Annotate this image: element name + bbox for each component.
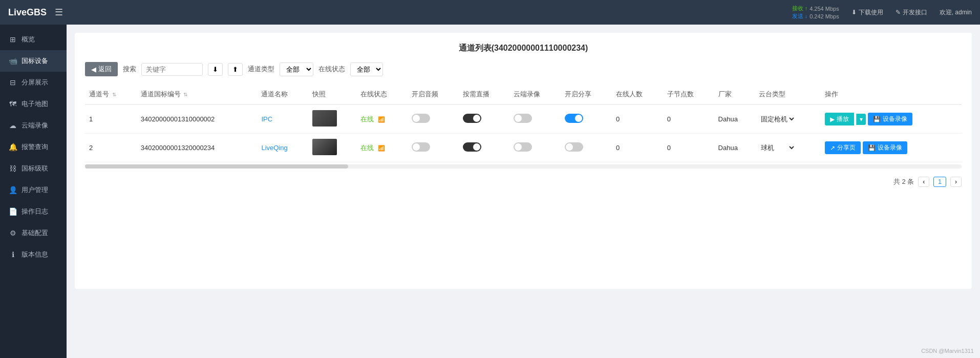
on-demand-toggle-1[interactable]: [463, 114, 481, 123]
settings-icon-1: 💾: [873, 116, 881, 123]
cell-audio-1: [408, 104, 459, 134]
on-demand-toggle-2[interactable]: [463, 142, 481, 152]
cell-name-2: LiveQing: [257, 134, 308, 162]
sidebar-item-split-screen[interactable]: ⊟ 分屏展示: [0, 72, 67, 93]
cell-ptz-1: 固定枪机 球机: [755, 104, 821, 134]
status-badge-1: 在线: [360, 115, 374, 123]
audio-toggle-1[interactable]: [412, 114, 430, 123]
sidebar-label-split-screen: 分屏展示: [22, 78, 48, 87]
cell-on-demand-2: [459, 134, 510, 162]
online-status-label: 在线状态: [318, 65, 345, 74]
ptz-select-2[interactable]: 球机 固定枪机: [759, 143, 796, 152]
settings-btn-1[interactable]: 💾 设备录像: [868, 113, 912, 125]
bar-chart-icon-2[interactable]: 📶: [378, 145, 385, 151]
cell-manufacturer-2: Dahua: [714, 134, 755, 162]
cell-channel-1: 1: [85, 104, 137, 134]
channel-link-2[interactable]: LiveQing: [261, 144, 287, 152]
table-row: 1 34020000001310000002 IPC 在线 📶: [85, 104, 962, 134]
col-ptz: 云台类型: [755, 85, 821, 104]
play-button-1[interactable]: ▶ 播放: [825, 113, 854, 125]
config-icon: ⚙: [8, 229, 17, 237]
cell-online-count-1: 0: [612, 104, 663, 134]
col-audio: 开启音频: [408, 85, 459, 104]
api-btn[interactable]: ✎ 开发接口: [896, 8, 927, 17]
sidebar: ⊞ 概览 📹 国标设备 ⊟ 分屏展示 🗺 电子地图 ☁ 云端录像 🔔 报警查询 …: [0, 25, 67, 358]
sidebar-label-e-map: 电子地图: [22, 99, 48, 109]
snapshot-thumb-1: [312, 110, 337, 127]
sidebar-label-op-log: 操作日志: [22, 207, 48, 216]
camera-icon: 📹: [8, 57, 17, 65]
online-status-select[interactable]: 全部 在线 离线: [350, 62, 383, 76]
send-value: 0.242 Mbps: [809, 13, 839, 19]
download-icon-btn[interactable]: ⬇: [208, 63, 223, 76]
table-scroll: 通道号 ⇅ 通道国标编号 ⇅ 通道名称 快照 在线状态 开启音频 按需直播 云端…: [85, 85, 962, 169]
channel-link-1[interactable]: IPC: [261, 115, 272, 123]
total-label: 共 2 条: [893, 177, 914, 186]
sort-channel-icon[interactable]: ⇅: [112, 92, 116, 97]
col-online-count: 在线人数: [612, 85, 663, 104]
sidebar-item-cloud-record[interactable]: ☁ 云端录像: [0, 115, 67, 136]
audio-toggle-2[interactable]: [412, 142, 430, 152]
share-toggle-1[interactable]: [565, 114, 583, 123]
sidebar-item-op-log[interactable]: 📄 操作日志: [0, 201, 67, 222]
col-name: 通道名称: [257, 85, 308, 104]
sidebar-item-version[interactable]: ℹ 版本信息: [0, 244, 67, 265]
sidebar-item-alarm[interactable]: 🔔 报警查询: [0, 136, 67, 158]
menu-toggle-icon[interactable]: ☰: [55, 7, 63, 18]
topbar-left: LiveGBS ☰: [8, 7, 63, 18]
ptz-select-1[interactable]: 固定枪机 球机: [759, 115, 796, 123]
page-title: 通道列表(34020000001110000234): [85, 43, 962, 54]
back-icon: ◀: [91, 66, 96, 73]
send-icon: 发送 ↓: [792, 12, 808, 20]
share-toggle-2[interactable]: [565, 142, 583, 152]
topbar-right: 接收 ↑ 4.254 Mbps 发送 ↓ 0.242 Mbps ⬇ 下载使用 ✎…: [792, 5, 972, 20]
channel-type-select[interactable]: 全部 IPC NVR 平台: [280, 62, 313, 76]
sidebar-item-cascade[interactable]: ⛓ 国标级联: [0, 158, 67, 179]
cloud-record-toggle-1[interactable]: [514, 114, 532, 123]
sidebar-item-overview[interactable]: ⊞ 概览: [0, 29, 67, 50]
watermark: CSDN @Marvin1311: [921, 348, 974, 354]
settings-btn-2[interactable]: 💾 设备录像: [863, 141, 907, 154]
col-action: 操作: [821, 85, 962, 104]
sidebar-item-user-mgmt[interactable]: 👤 用户管理: [0, 179, 67, 201]
play-dropdown-1[interactable]: ▾: [856, 114, 866, 125]
horizontal-scrollbar[interactable]: [85, 164, 962, 169]
share-btn-2[interactable]: ↗ 分享页: [825, 141, 861, 154]
cell-share-2: [561, 134, 612, 162]
search-label: 搜索: [123, 65, 136, 74]
alarm-icon: 🔔: [8, 143, 17, 151]
network-stats: 接收 ↑ 4.254 Mbps 发送 ↓ 0.242 Mbps: [792, 5, 839, 20]
sidebar-item-national-device[interactable]: 📹 国标设备: [0, 50, 67, 72]
sidebar-item-e-map[interactable]: 🗺 电子地图: [0, 93, 67, 115]
col-manufacturer: 厂家: [714, 85, 755, 104]
main-content: 通道列表(34020000001110000234) ◀ 返回 搜索 ⬇ ⬆ 通…: [67, 25, 980, 358]
sidebar-label-cascade: 国标级联: [22, 164, 48, 173]
col-snapshot: 快照: [308, 85, 356, 104]
cascade-icon: ⛓: [8, 164, 17, 173]
cloud-record-toggle-2[interactable]: [514, 142, 532, 152]
share-label-2: 分享页: [837, 143, 856, 152]
bar-chart-icon-1[interactable]: 📶: [378, 116, 385, 122]
action-group-1: ▶ 播放 ▾ 💾 设备录像: [825, 113, 957, 125]
cell-online-2: 在线 📶: [356, 134, 408, 162]
cell-child-nodes-1: 0: [663, 104, 714, 134]
col-on-demand: 按需直播: [459, 85, 510, 104]
cell-manufacturer-1: Dahua: [714, 104, 755, 134]
play-icon: ▶: [830, 116, 835, 123]
download-btn[interactable]: ⬇ 下载使用: [851, 8, 883, 17]
sidebar-item-basic-config[interactable]: ⚙ 基础配置: [0, 222, 67, 244]
back-button[interactable]: ◀ 返回: [85, 62, 118, 76]
cell-online-1: 在线 📶: [356, 104, 408, 134]
col-share: 开启分享: [561, 85, 612, 104]
search-input[interactable]: [141, 63, 203, 76]
prev-page-btn[interactable]: ‹: [918, 177, 929, 187]
app-logo: LiveGBS: [8, 7, 47, 18]
snapshot-thumb-2: [312, 139, 337, 155]
send-stat: 发送 ↓ 0.242 Mbps: [792, 12, 839, 20]
sort-national-icon[interactable]: ⇅: [183, 92, 187, 97]
col-channel: 通道号 ⇅: [85, 85, 137, 104]
upload-icon-btn[interactable]: ⬆: [228, 63, 243, 76]
next-page-btn[interactable]: ›: [950, 177, 962, 187]
cell-channel-2: 2: [85, 134, 137, 162]
col-cloud-record: 云端录像: [509, 85, 561, 104]
